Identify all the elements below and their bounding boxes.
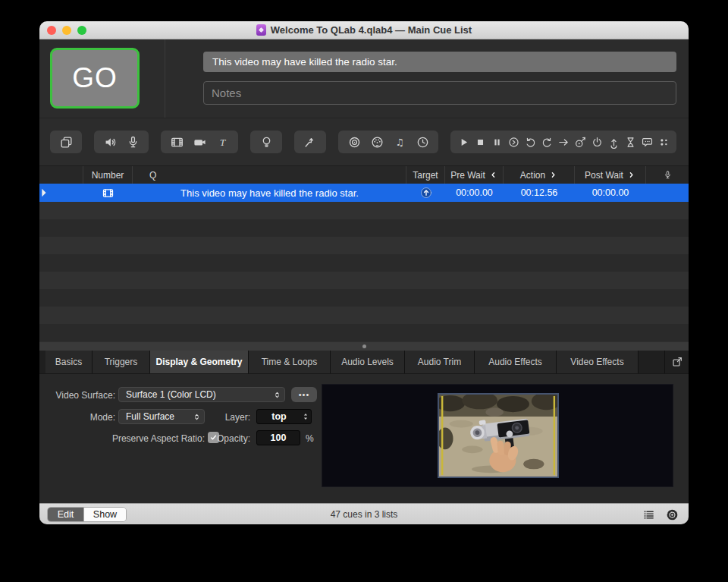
popout-icon	[671, 356, 683, 368]
titlebar: Welcome To QLab 4.qlab4 — Main Cue List	[39, 21, 689, 39]
zoom-button[interactable]	[77, 26, 86, 35]
group-cue-icon	[59, 135, 74, 149]
notes-field[interactable]	[203, 81, 676, 105]
midi-button[interactable]	[366, 131, 388, 153]
surface-more-button[interactable]: •••	[291, 387, 317, 402]
layer-field[interactable]: top	[256, 409, 312, 424]
video-preview-thumbnail[interactable]	[438, 393, 559, 478]
stop-button[interactable]	[472, 131, 488, 153]
column-header-status[interactable]	[39, 166, 83, 184]
cue-lists-panel-icon[interactable]	[642, 508, 655, 521]
clock-button[interactable]	[411, 131, 434, 153]
midi-icon	[370, 135, 384, 149]
cue-name[interactable]: This video may have killed the radio sta…	[133, 184, 406, 202]
music-button[interactable]: ♫	[388, 131, 411, 153]
audio-button[interactable]	[99, 131, 121, 153]
cue-toolbar: T♫	[39, 118, 689, 165]
svg-text:T: T	[219, 136, 226, 147]
cue-post-wait[interactable]: 00:00.00	[575, 184, 646, 202]
hourglass-icon	[624, 136, 637, 149]
undo-icon	[524, 136, 537, 149]
script-button[interactable]	[639, 131, 655, 153]
tab-basics[interactable]: Basics	[46, 351, 93, 373]
fade-button[interactable]	[299, 131, 322, 153]
preserve-aspect-label: Preserve Aspect Ratio:	[46, 433, 205, 444]
toolbar-group	[450, 131, 676, 153]
column-header-audition[interactable]	[646, 166, 689, 184]
tab-display-geometry[interactable]: Display & Geometry	[150, 351, 249, 373]
playhead-icon	[40, 185, 51, 200]
group-mode-button[interactable]	[655, 131, 672, 153]
mic-button[interactable]	[121, 131, 144, 153]
tab-video-effects[interactable]: Video Effects	[557, 351, 639, 373]
column-label-q: Q	[149, 170, 156, 181]
fade-icon	[303, 135, 318, 149]
text-button[interactable]: T	[211, 131, 234, 153]
toolbar-group: T	[161, 131, 238, 153]
layer-stepper-icon[interactable]	[301, 410, 310, 423]
column-header-pre_wait[interactable]: Pre Wait	[445, 166, 504, 184]
load-arrow-icon	[607, 136, 620, 149]
cue-list-header: NumberQTargetPre WaitActionPost Wait	[39, 165, 689, 184]
tab-triggers[interactable]: Triggers	[93, 351, 150, 373]
load-button[interactable]	[505, 131, 522, 153]
column-header-action[interactable]: Action	[504, 166, 575, 184]
pause-button[interactable]	[488, 131, 505, 153]
power-button[interactable]	[588, 131, 605, 153]
selected-cue-row[interactable]: This video may have killed the radio sta…	[39, 184, 689, 202]
tab-audio-trim[interactable]: Audio Trim	[405, 351, 475, 373]
close-button[interactable]	[47, 26, 56, 35]
cue-title-field[interactable]	[203, 52, 676, 72]
play-icon	[457, 136, 470, 149]
column-label-number: Number	[92, 170, 124, 181]
play-button[interactable]	[455, 131, 472, 153]
opacity-field[interactable]: 100	[256, 430, 300, 445]
video-cue-icon	[102, 187, 115, 200]
minimize-button[interactable]	[62, 26, 71, 35]
window-title-area: Welcome To QLab 4.qlab4 — Main Cue List	[39, 24, 689, 36]
tab-audio-effects[interactable]: Audio Effects	[475, 351, 557, 373]
video-icon	[170, 135, 184, 149]
network-button[interactable]	[343, 131, 366, 153]
column-header-target[interactable]: Target	[406, 166, 445, 184]
toolbar-group: ♫	[338, 131, 438, 153]
cue-pre-wait[interactable]: 00:00.00	[445, 184, 504, 202]
pause-icon	[491, 136, 504, 149]
undo-button[interactable]	[522, 131, 538, 153]
opacity-label: Opacity:	[203, 433, 250, 444]
tab-time-loops[interactable]: Time & Loops	[249, 351, 331, 373]
go-button[interactable]: GO	[50, 48, 140, 109]
panel-splitter[interactable]	[39, 341, 689, 351]
qlab-document-icon	[256, 24, 266, 36]
settings-gear-icon[interactable]	[665, 508, 679, 522]
redo-button[interactable]	[538, 131, 555, 153]
toolbar-group	[250, 131, 282, 153]
sort-chevron-left-icon	[489, 171, 497, 179]
script-icon	[641, 136, 654, 149]
group-cue-button[interactable]	[55, 131, 77, 153]
hourglass-button[interactable]	[622, 131, 639, 153]
dropdown-chevrons-icon	[192, 411, 202, 423]
load-arrow-button[interactable]	[605, 131, 622, 153]
toolbar-group	[294, 131, 326, 153]
goto-button[interactable]	[555, 131, 572, 153]
splitter-handle-dot	[362, 344, 366, 348]
svg-text:♫: ♫	[395, 136, 403, 147]
light-button[interactable]	[255, 131, 278, 153]
header-fields	[165, 39, 689, 118]
cue-target-cell[interactable]	[406, 184, 445, 202]
cue-action[interactable]: 00:12.56	[504, 184, 575, 202]
popout-inspector-button[interactable]	[664, 351, 689, 373]
tab-audio-levels[interactable]: Audio Levels	[331, 351, 405, 373]
column-header-q[interactable]: Q	[133, 166, 406, 184]
mode-dropdown[interactable]: Full Surface	[118, 409, 205, 424]
mic-icon	[126, 135, 140, 149]
retarget-button[interactable]	[572, 131, 588, 153]
video-button[interactable]	[165, 131, 188, 153]
video-surface-dropdown[interactable]: Surface 1 (Color LCD)	[118, 387, 285, 402]
music-icon: ♫	[393, 135, 407, 149]
camera-button[interactable]	[188, 131, 211, 153]
window-title: Welcome To QLab 4.qlab4 — Main Cue List	[271, 24, 472, 36]
column-header-number[interactable]: Number	[83, 166, 133, 184]
column-header-post_wait[interactable]: Post Wait	[575, 166, 646, 184]
